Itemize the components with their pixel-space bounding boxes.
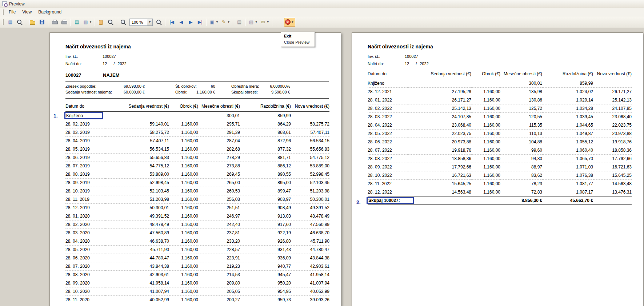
chevron-down-icon[interactable]: ▼ (291, 20, 294, 24)
menu-view[interactable]: View (19, 8, 35, 16)
table-cell: 28. 11. 2019 (65, 195, 105, 204)
total-razdolznina: 45.663,70 € (542, 196, 593, 205)
table-cell: 46.638,70 (291, 229, 329, 237)
table-cell: 51.203,98 (291, 187, 329, 195)
chevron-down-icon[interactable]: ▼ (255, 20, 258, 24)
preview-area[interactable]: Načrt obveznosti iz najema Inv. št.: 100… (0, 28, 644, 306)
table-row: 28. 04. 202046.638,701.160,00233,20926,8… (65, 237, 329, 246)
export-button[interactable]: ▥▼ (81, 18, 93, 27)
table-cell: 950,20 (240, 279, 291, 287)
table-cell: 40.052,99 (291, 287, 329, 296)
add-page-icon: ▧ (248, 19, 254, 25)
prev-page-button[interactable]: ◀ (176, 18, 186, 27)
open-button[interactable] (28, 18, 37, 27)
table-row: 28. 10. 201952.103,451.160,00260,53899,4… (65, 187, 329, 195)
table-cell: 1.160,00 (169, 229, 198, 237)
table-cell: 913,03 (240, 212, 291, 220)
menu-file[interactable]: File (5, 8, 19, 16)
close-preview-button[interactable]: ▼ (284, 18, 295, 27)
zoom-out-button[interactable] (119, 18, 128, 27)
edit-page-button[interactable]: ▤ (235, 18, 244, 27)
tooltip-title: Exit (284, 34, 312, 38)
table-cell: 1.034,28 (542, 104, 593, 113)
table-cell: 1.160,00 (169, 162, 198, 170)
table-cell: 1.055,12 (542, 138, 593, 146)
table-cell: 282,68 (198, 145, 240, 154)
annotation-number-1: 1. (53, 113, 58, 119)
print-button[interactable] (50, 18, 59, 27)
table-cell: 15.645,25 (408, 180, 471, 188)
table-cell: 214,53 (198, 271, 240, 279)
next-page-button[interactable]: ▶ (186, 18, 195, 27)
table-cell: 28. 07. 2022 (368, 146, 408, 155)
table-cell: 28. 10. 2020 (65, 287, 105, 296)
chevron-down-icon[interactable]: ▼ (89, 20, 92, 24)
pan-button[interactable] (96, 18, 106, 27)
table-cell: 28. 09. 2020 (65, 279, 105, 287)
table-cell: 58.275,72 (105, 128, 169, 137)
table-cell: 44.780,47 (105, 254, 169, 262)
table-row: 28. 03. 202224.107,851.160,00120,551.039… (368, 113, 632, 121)
table-cell: 115,35 (500, 121, 542, 130)
table-cell: 940,77 (240, 262, 291, 271)
thumbnails-button[interactable]: ▦ (5, 18, 15, 27)
printer-icon (52, 20, 57, 25)
table-cell: 125,72 (500, 104, 542, 113)
plan-year: 2022 (117, 61, 126, 66)
zoom-page-button[interactable] (154, 18, 164, 27)
table-cell: 1.029,14 (542, 96, 593, 104)
table-cell: 1.160,00 (169, 154, 198, 162)
table-cell: 922,19 (240, 229, 291, 237)
table-cell: 256,03 (198, 195, 240, 204)
amortization-table: Datum doSedanja vrednost (€)Obrok (€)Mes… (65, 100, 329, 304)
zoom-in-button[interactable] (106, 18, 115, 27)
table-cell: 1.160,00 (471, 171, 500, 180)
email-button[interactable]: ✉▼ (259, 18, 271, 27)
table-cell: 45.711,90 (105, 246, 169, 254)
table-cell: 20.973,88 (408, 138, 471, 146)
table-cell: 1.081,77 (542, 180, 593, 188)
report-page-2: Načrt obveznosti iz najema Inv. št.: 100… (352, 32, 643, 306)
table-cell: 28. 08. 2019 (65, 170, 105, 179)
table-cell: 28. 06. 2020 (65, 254, 105, 262)
table-cell: 23.068,40 (593, 113, 632, 121)
toolbar-separator (117, 19, 117, 26)
chevron-down-icon[interactable]: ▼ (147, 19, 152, 25)
chevron-down-icon[interactable]: ▼ (267, 20, 269, 24)
table-cell: 1.160,00 (471, 180, 500, 188)
quick-print-button[interactable] (59, 18, 69, 27)
table-cell: 53.889,00 (105, 170, 169, 179)
table-row: 28. 01. 202226.171,271.160,00130,861.029… (368, 96, 632, 104)
last-page-icon: ▶| (197, 19, 203, 25)
last-page-button[interactable]: ▶| (195, 18, 205, 27)
info-value: 69.598,00 € (124, 84, 145, 88)
inv-value: 100027 (103, 54, 116, 59)
table-row: 28. 03. 202047.560,891.160,00237,81922,1… (65, 229, 329, 237)
table-cell: 56.534,15 (291, 137, 329, 145)
table-cell: 1.160,00 (471, 155, 500, 163)
chevron-down-icon[interactable]: ▼ (216, 20, 219, 24)
table-cell: 295,71 (198, 120, 240, 128)
watermark-button[interactable]: ✎▼ (220, 18, 231, 27)
save-button[interactable] (37, 18, 47, 27)
table-cell: 49.391,52 (105, 212, 169, 220)
chevron-down-icon[interactable]: ▼ (227, 20, 230, 24)
table-cell: 22.023,75 (408, 130, 471, 138)
find-button[interactable] (15, 18, 24, 27)
table-cell: 130,86 (500, 96, 542, 104)
first-page-button[interactable]: |◀ (167, 18, 176, 27)
zoom-level-select[interactable]: 100 %▼ (129, 19, 153, 26)
title-bar[interactable]: Preview (0, 0, 644, 8)
add-page-button[interactable]: ▧▼ (247, 18, 259, 27)
page-layout-button[interactable]: ▣▼ (208, 18, 220, 27)
table-cell: 94,30 (500, 155, 542, 163)
page-settings-button[interactable]: ▤ (72, 18, 81, 27)
table-cell: 54.775,12 (291, 154, 329, 162)
column-header: Razdolžnina (€) (542, 67, 593, 79)
table-cell: 56.534,15 (105, 145, 169, 154)
table-cell: 1.160,00 (471, 96, 500, 104)
menu-background[interactable]: Background (35, 8, 65, 16)
table-cell: 200,27 (198, 296, 240, 304)
knjizeno-label: Knjiženo (66, 113, 83, 118)
table-row: 28. 10. 202041.007,941.160,00205,05954,9… (65, 287, 329, 296)
